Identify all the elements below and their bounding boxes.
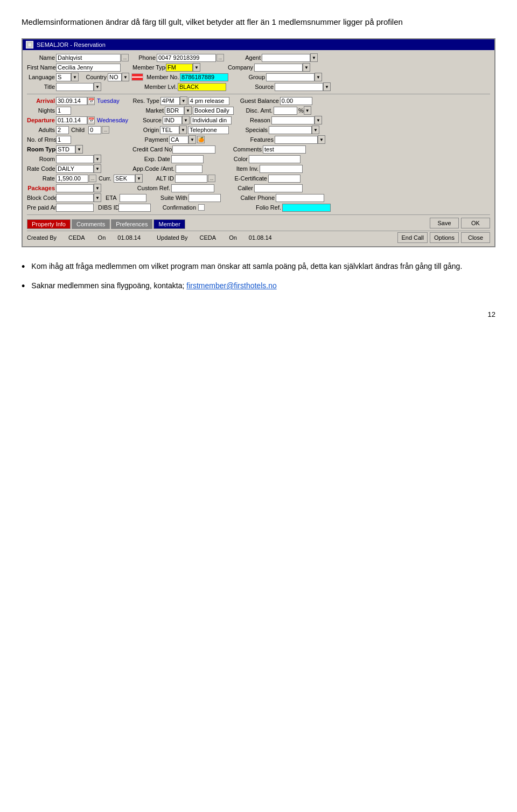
member-no-field[interactable] [180,73,228,81]
language-dd-btn[interactable]: ▼ [71,73,79,81]
reason-field[interactable] [271,116,315,124]
phone-field[interactable] [157,54,216,62]
features-field[interactable] [275,136,318,144]
nights-field[interactable] [56,107,71,115]
dibs-id-field[interactable] [118,204,151,212]
eta-field[interactable] [120,194,146,202]
rate-btn[interactable]: ... [89,175,96,182]
no-of-rms-field[interactable] [56,136,71,144]
payment-dd-btn[interactable]: ▼ [188,135,196,144]
source-field-dd-btn[interactable]: ▼ [182,116,190,124]
origin-field[interactable] [160,126,179,134]
rate-code-field[interactable] [56,165,94,173]
arrival-field[interactable] [56,97,87,105]
market-dd-btn[interactable]: ▼ [184,106,192,115]
firstmember-link[interactable]: firstmember@firsthotels.no [186,281,276,290]
e-certificate-field[interactable] [268,175,301,183]
suite-with-field[interactable] [188,194,221,202]
member-type-field[interactable] [166,64,193,72]
name-picker-btn[interactable]: ... [121,54,129,61]
source-field[interactable] [275,83,323,91]
item-inv-field[interactable] [260,165,303,173]
source-dd-btn[interactable]: ▼ [323,82,331,91]
options-button[interactable]: Options [430,232,459,243]
res-type-desc-field[interactable] [188,97,229,105]
tab-preferences[interactable]: Preferences [111,219,152,229]
title-dd-btn[interactable]: ▼ [94,82,101,91]
color-field[interactable] [249,155,301,163]
curr-field[interactable] [114,175,135,183]
departure-field[interactable] [56,116,87,124]
payment-field[interactable] [169,136,188,144]
close-button[interactable]: Close [461,232,490,243]
tab-property-info[interactable]: Property Info [27,219,71,229]
phone-picker-btn[interactable]: ... [216,54,224,61]
pre-paid-field[interactable] [56,204,94,212]
guest-balance-field[interactable] [280,97,312,105]
room-type-field[interactable] [56,145,75,154]
disc-dd-btn[interactable]: ▼ [304,106,311,115]
firstname-field[interactable] [56,64,121,72]
child-btn[interactable]: ... [102,126,109,134]
member-lvl-field[interactable] [178,83,226,91]
custom-ref-field[interactable] [171,184,214,192]
room-dd-btn[interactable]: ▼ [94,155,101,163]
tab-member[interactable]: Member [153,219,185,229]
comments-field[interactable] [263,145,306,154]
origin-dd-btn[interactable]: ▼ [179,126,187,134]
packages-field[interactable] [56,184,94,192]
country-label: Country [82,74,107,80]
company-dd-btn[interactable]: ▼ [303,63,310,72]
group-field[interactable] [266,73,315,81]
room-type-dd-btn[interactable]: ▼ [75,145,83,154]
confirmation-checkbox[interactable] [198,204,205,211]
packages-label: Packages [27,185,55,191]
member-type-dd-btn[interactable]: ▼ [193,63,200,72]
language-field[interactable] [56,73,71,81]
specials-dd-btn[interactable]: ▼ [312,126,319,134]
credit-card-field[interactable] [172,145,215,154]
agent-field[interactable] [262,54,310,62]
folio-ref-field[interactable] [282,204,331,212]
origin-desc-field[interactable] [188,126,229,134]
res-type-field[interactable] [160,97,180,105]
app-code-field[interactable] [176,165,202,173]
specials-field[interactable] [269,126,312,134]
disc-amt-field[interactable] [274,107,297,115]
arrival-calendar-btn[interactable]: 📅 [87,97,95,105]
res-type-dd-btn[interactable]: ▼ [180,96,187,105]
end-call-button[interactable]: End Call [397,232,428,243]
country-dd-btn[interactable]: ▼ [122,73,129,81]
title-field[interactable] [56,83,94,91]
room-field[interactable] [56,155,94,163]
rate-code-dd-btn[interactable]: ▼ [94,164,101,173]
departure-calendar-btn[interactable]: 📅 [87,116,95,124]
language-label: Language [27,74,55,80]
adults-field[interactable] [56,126,69,134]
save-button[interactable]: Save [430,218,459,228]
source-desc-field[interactable] [191,116,232,124]
caller-field[interactable] [254,184,303,192]
block-code-field[interactable] [56,194,94,202]
child-field[interactable] [88,126,101,134]
curr-dd-btn[interactable]: ▼ [135,174,143,183]
alt-id-field[interactable] [175,175,207,183]
country-field[interactable] [108,73,122,81]
rate-field[interactable] [56,175,88,183]
ok-button[interactable]: OK [461,218,490,228]
block-code-dd-btn[interactable]: ▼ [94,193,101,202]
market-desc-field[interactable] [193,107,234,115]
agent-dd-btn[interactable]: ▼ [310,53,318,62]
packages-dd-btn[interactable]: ▼ [94,184,101,192]
market-field[interactable] [165,107,184,115]
group-dd-btn[interactable]: ▼ [315,73,322,81]
reason-dd-btn[interactable]: ▼ [315,116,322,124]
source-field-input[interactable] [163,116,182,124]
company-field[interactable] [254,64,303,72]
alt-id-btn[interactable]: ... [208,175,215,182]
tab-comments[interactable]: Comments [72,219,110,229]
exp-date-field[interactable] [171,155,204,163]
caller-phone-field[interactable] [276,194,324,202]
features-dd-btn[interactable]: ▼ [318,135,325,144]
name-field[interactable] [56,54,121,62]
